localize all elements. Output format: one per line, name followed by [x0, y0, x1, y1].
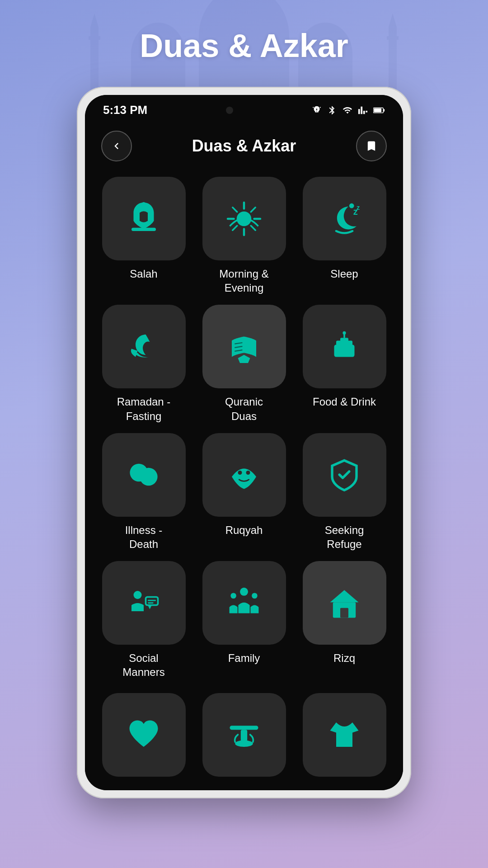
bookmark-button[interactable] [356, 131, 387, 161]
grid-item-illness-death[interactable]: Illness -Death [99, 433, 189, 551]
svg-line-26 [251, 207, 255, 212]
svg-rect-52 [340, 608, 348, 618]
svg-marker-50 [330, 590, 359, 602]
phone-frame: 5:13 PM Duas & Azkar [77, 87, 411, 798]
label-rizq: Rizq [333, 651, 355, 665]
page-title: Duas & Azkar [140, 27, 348, 64]
grid-item-quranic[interactable]: QuranicDuas [199, 305, 289, 423]
svg-marker-8 [235, 0, 242, 9]
label-social-manners: SocialManners [122, 651, 164, 679]
label-morning-evening: Morning &Evening [219, 267, 268, 295]
label-sleep: Sleep [330, 267, 358, 281]
svg-marker-1 [90, 14, 99, 27]
app-header: Duas & Azkar [85, 122, 403, 172]
label-seeking-refuge: SeekingRefuge [325, 523, 364, 551]
svg-point-47 [240, 587, 248, 595]
bottom-grid [85, 693, 403, 790]
status-bar: 5:13 PM [85, 95, 403, 122]
label-ramadan: Ramadan -Fasting [117, 395, 171, 423]
icon-box-food-drink [303, 305, 386, 388]
svg-rect-2 [89, 36, 100, 40]
status-icons [312, 105, 385, 115]
status-time: 5:13 PM [103, 103, 147, 117]
camera-dot [226, 107, 233, 114]
svg-point-55 [235, 741, 253, 747]
svg-line-27 [233, 226, 237, 230]
svg-point-43 [134, 591, 142, 599]
signal-icon [358, 105, 368, 115]
svg-rect-54 [241, 730, 247, 741]
grid-item-morning-evening[interactable]: Morning &Evening [199, 177, 289, 295]
svg-text:z: z [357, 204, 360, 211]
icon-box-ramadan [102, 305, 186, 388]
svg-rect-34 [334, 344, 355, 357]
svg-rect-15 [383, 109, 385, 112]
icon-box-seeking-refuge [303, 433, 386, 517]
svg-rect-36 [340, 338, 348, 341]
icon-box-family [202, 561, 286, 645]
svg-marker-12 [389, 14, 397, 27]
grid-item-family[interactable]: Family [199, 561, 289, 679]
svg-point-17 [141, 202, 146, 207]
svg-line-24 [233, 207, 237, 212]
icon-box-heart [102, 693, 186, 777]
svg-rect-18 [131, 227, 156, 231]
icon-box-rizq [303, 561, 386, 645]
grid-item-tap[interactable] [199, 693, 289, 777]
icon-box-social-manners [102, 561, 186, 645]
label-ruqyah: Ruqyah [225, 523, 263, 537]
svg-rect-46 [148, 602, 154, 604]
label-food-drink: Food & Drink [313, 395, 376, 409]
grid-item-ramadan[interactable]: Ramadan -Fasting [99, 305, 189, 423]
grid-item-salah[interactable]: Salah [99, 177, 189, 295]
icon-box-quranic [202, 305, 286, 388]
label-family: Family [228, 651, 260, 665]
svg-point-38 [343, 331, 346, 335]
app-header-title: Duas & Azkar [192, 137, 296, 156]
phone-screen: 5:13 PM Duas & Azkar [85, 95, 403, 790]
svg-rect-13 [387, 36, 399, 40]
svg-rect-53 [230, 726, 258, 730]
svg-point-48 [230, 593, 236, 599]
grid-item-social-manners[interactable]: SocialManners [99, 561, 189, 679]
alarm-icon [312, 105, 322, 115]
svg-point-49 [252, 593, 258, 599]
label-illness-death: Illness -Death [125, 523, 163, 551]
svg-rect-16 [374, 108, 381, 112]
main-grid: Salah Morning &Evening zz Sleep [85, 172, 403, 693]
bluetooth-icon [327, 105, 337, 115]
svg-point-41 [238, 471, 242, 475]
label-salah: Salah [130, 267, 157, 281]
svg-rect-45 [148, 599, 156, 601]
grid-item-rizq[interactable]: Rizq [299, 561, 389, 679]
icon-box-sleep: zz [303, 177, 386, 260]
svg-point-40 [140, 468, 158, 486]
icon-box-ruqyah [202, 433, 286, 517]
icon-box-salah [102, 177, 186, 260]
grid-item-seeking-refuge[interactable]: SeekingRefuge [299, 433, 389, 551]
grid-item-sleep[interactable]: zz Sleep [299, 177, 389, 295]
icon-box-tap [202, 693, 286, 777]
icon-box-morning-evening [202, 177, 286, 260]
back-button[interactable] [101, 131, 132, 161]
battery-icon [373, 105, 385, 115]
svg-point-42 [246, 471, 250, 475]
grid-item-food-drink[interactable]: Food & Drink [299, 305, 389, 423]
camera-area [226, 107, 233, 114]
grid-item-heart[interactable] [99, 693, 189, 777]
icon-box-illness-death [102, 433, 186, 517]
grid-item-shirt[interactable] [299, 693, 389, 777]
icon-box-shirt [303, 693, 386, 777]
label-quranic: QuranicDuas [225, 395, 263, 423]
svg-line-25 [251, 226, 255, 230]
grid-item-ruqyah[interactable]: Ruqyah [199, 433, 289, 551]
wifi-icon [343, 105, 352, 115]
